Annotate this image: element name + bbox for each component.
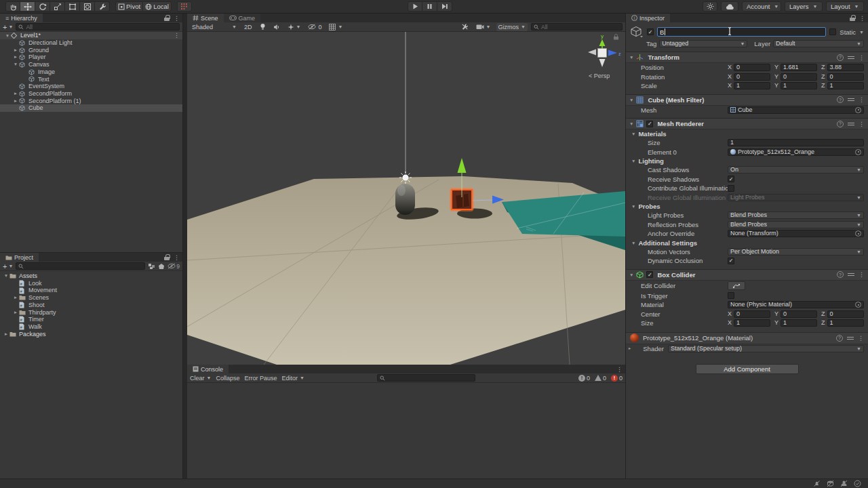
custom-tool-button[interactable]: [95, 1, 110, 12]
transform-component-header[interactable]: ▼ Transform ?⋮: [626, 52, 868, 63]
shader-dropdown[interactable]: Standard (Specular setup)▼: [668, 345, 864, 352]
presets-icon[interactable]: [848, 121, 854, 127]
is-trigger-checkbox[interactable]: [728, 292, 734, 299]
scale-tool-button[interactable]: [50, 1, 65, 12]
component-menu-icon[interactable]: ⋮: [859, 271, 865, 278]
hidden-packages-toggle[interactable]: 9: [167, 263, 180, 270]
component-enabled-checkbox[interactable]: ✓: [646, 271, 653, 278]
error-count[interactable]: !0: [611, 375, 623, 382]
presets-icon[interactable]: [848, 272, 854, 277]
hierarchy-item[interactable]: Cube: [0, 104, 182, 112]
scale-x-field[interactable]: 1: [734, 82, 770, 89]
hierarchy-item[interactable]: ► SecondPlatform (1): [0, 98, 182, 105]
position-y-field[interactable]: 1.681: [781, 64, 817, 71]
receive-shadows-checkbox[interactable]: ✓: [728, 176, 734, 182]
foldout-icon[interactable]: ►: [12, 54, 19, 61]
tab-scene[interactable]: Scene: [187, 14, 224, 22]
rect-tool-button[interactable]: [65, 1, 80, 12]
scene-lighting-button[interactable]: [258, 23, 268, 31]
hierarchy-item[interactable]: EventSystem: [0, 83, 182, 90]
position-x-field[interactable]: 0: [734, 64, 770, 71]
project-item[interactable]: ► Packages: [0, 331, 182, 338]
tab-game[interactable]: Game: [224, 14, 261, 22]
hand-tool-button[interactable]: [5, 1, 20, 12]
preview-packages-button[interactable]: [703, 1, 717, 12]
info-count[interactable]: !0: [578, 375, 590, 382]
help-icon[interactable]: ?: [837, 96, 844, 103]
size-y-field[interactable]: 1: [781, 319, 817, 327]
rotation-z-field[interactable]: 0: [827, 73, 865, 81]
muted-notifications-icon[interactable]: [813, 480, 821, 487]
collab-disabled-icon[interactable]: [840, 480, 848, 487]
name-input[interactable]: B: [657, 27, 826, 37]
lock-icon[interactable]: [164, 15, 170, 21]
presets-icon[interactable]: [847, 336, 854, 341]
rotate-tool-button[interactable]: [35, 1, 50, 12]
motion-vectors-dropdown[interactable]: Per Object Motion▼: [728, 248, 864, 256]
clear-button[interactable]: Clear▼: [190, 375, 211, 382]
project-item[interactable]: # Walk: [0, 323, 182, 331]
hierarchy-item[interactable]: ► Player: [0, 54, 182, 61]
create-object-button[interactable]: +▼: [3, 23, 13, 31]
step-button[interactable]: [437, 1, 452, 12]
collapse-button[interactable]: Collapse: [216, 375, 239, 382]
presets-icon[interactable]: [848, 97, 854, 102]
scene-search-input[interactable]: All: [531, 23, 623, 30]
tab-console[interactable]: Console: [187, 365, 229, 373]
directional-light-gizmo[interactable]: [399, 32, 412, 184]
help-icon[interactable]: ?: [837, 121, 844, 127]
play-button[interactable]: [408, 1, 422, 12]
shading-mode-dropdown[interactable]: Shaded▼: [190, 23, 239, 31]
materials-size-field[interactable]: 1: [728, 139, 864, 146]
cache-server-disabled-icon[interactable]: [827, 480, 834, 487]
materials-foldout[interactable]: ▼Materials: [626, 129, 868, 138]
layer-dropdown[interactable]: Default▼: [773, 40, 864, 47]
lighting-foldout[interactable]: ▼Lighting: [626, 157, 868, 165]
panel-menu-icon[interactable]: ⋮: [174, 15, 180, 22]
help-icon[interactable]: ?: [837, 271, 844, 278]
foldout-icon[interactable]: ▼: [629, 121, 633, 126]
object-picker-icon[interactable]: [855, 149, 861, 155]
rotation-y-field[interactable]: 0: [781, 73, 817, 81]
foldout-icon[interactable]: ▼: [3, 272, 9, 280]
project-item[interactable]: # Timer: [0, 316, 182, 323]
scene-camera-dropdown[interactable]: ▼: [474, 23, 493, 31]
player-capsule[interactable]: [395, 184, 415, 215]
hierarchy-item[interactable]: ▼ Canvas: [0, 61, 182, 68]
orientation-gizmo[interactable]: y z < Persp: [588, 33, 621, 79]
error-pause-button[interactable]: Error Pause: [244, 375, 277, 382]
object-picker-icon[interactable]: [855, 302, 861, 308]
mesh-renderer-component-header[interactable]: ▼ ✓ Mesh Renderer ?⋮: [626, 118, 868, 129]
panel-menu-icon[interactable]: ⋮: [859, 15, 865, 22]
hierarchy-item[interactable]: Image: [0, 68, 182, 76]
project-item[interactable]: # Look: [0, 280, 182, 287]
lock-icon[interactable]: [850, 15, 855, 21]
project-item[interactable]: # Shoot: [0, 302, 182, 309]
additional-settings-foldout[interactable]: ▼Additional Settings: [626, 239, 868, 247]
scene-effects-dropdown[interactable]: ▼: [285, 23, 303, 31]
scale-y-field[interactable]: 1: [781, 82, 817, 89]
gameobject-cube-icon[interactable]: [630, 26, 644, 38]
presets-icon[interactable]: [848, 55, 854, 60]
layers-dropdown[interactable]: Layers▼: [785, 1, 823, 12]
cast-shadows-dropdown[interactable]: On▼: [728, 166, 864, 174]
probes-foldout[interactable]: ▼Probes: [626, 202, 868, 211]
panel-menu-icon[interactable]: ⋮: [174, 254, 180, 261]
material-preview-header[interactable]: Prototype_512x512_Orange (Material) ?⋮: [626, 332, 868, 344]
foldout-icon[interactable]: ▼: [629, 98, 633, 102]
active-checkbox[interactable]: ✓: [647, 28, 654, 35]
transform-tool-button[interactable]: [80, 1, 95, 12]
2d-toggle-button[interactable]: 2D: [242, 23, 254, 31]
rotation-x-field[interactable]: 0: [734, 73, 770, 81]
scene-tools-button[interactable]: [459, 23, 471, 31]
tab-hierarchy[interactable]: ≡ Hierarchy: [0, 14, 43, 22]
gizmos-dropdown[interactable]: Gizmos▼: [496, 23, 528, 31]
component-menu-icon[interactable]: ⋮: [859, 121, 865, 127]
foldout-icon[interactable]: ▼: [629, 272, 633, 277]
mesh-filter-component-header[interactable]: ▼ Cube (Mesh Filter) ?⋮: [626, 94, 868, 106]
static-checkbox[interactable]: [829, 28, 836, 35]
foldout-icon[interactable]: ►: [12, 90, 19, 98]
center-x-field[interactable]: 0: [734, 310, 770, 318]
foldout-icon[interactable]: ►: [3, 331, 9, 338]
panel-menu-icon[interactable]: ⋮: [616, 366, 623, 373]
